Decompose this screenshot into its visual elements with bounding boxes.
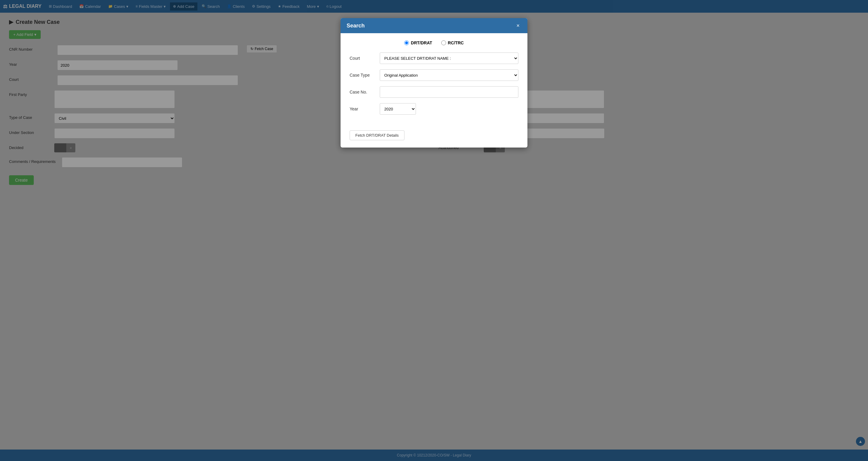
rc-trc-radio[interactable] — [441, 40, 446, 45]
search-modal: Search × DRT/DRAT RC/TRC Court PLEASE — [341, 18, 527, 147]
modal-body: DRT/DRAT RC/TRC Court PLEASE SELECT DRT/… — [341, 33, 527, 127]
modal-case-type-label: Case Type — [350, 73, 380, 78]
modal-court-label: Court — [350, 56, 380, 61]
modal-title: Search — [347, 23, 365, 29]
modal-radio-group: DRT/DRAT RC/TRC — [350, 40, 518, 45]
modal-footer: Fetch DRT/DRAT Details — [341, 127, 527, 147]
modal-year-row: Year 2015 2016 2017 2018 2019 2020 2021 … — [350, 103, 518, 115]
modal-close-button[interactable]: × — [515, 22, 521, 29]
modal-court-select[interactable]: PLEASE SELECT DRT/DRAT NAME : DRT-1 Delh… — [380, 53, 518, 64]
modal-year-label: Year — [350, 107, 380, 111]
drt-drat-radio[interactable] — [404, 40, 409, 45]
drt-drat-label: DRT/DRAT — [411, 40, 432, 45]
rc-trc-radio-label[interactable]: RC/TRC — [441, 40, 464, 45]
modal-case-no-input[interactable] — [380, 86, 518, 98]
fetch-drt-button[interactable]: Fetch DRT/DRAT Details — [350, 130, 404, 140]
modal-court-row: Court PLEASE SELECT DRT/DRAT NAME : DRT-… — [350, 53, 518, 64]
modal-overlay: Search × DRT/DRAT RC/TRC Court PLEASE — [0, 0, 868, 461]
drt-drat-radio-label[interactable]: DRT/DRAT — [404, 40, 432, 45]
modal-case-no-row: Case No. — [350, 86, 518, 98]
modal-header: Search × — [341, 18, 527, 33]
modal-case-type-row: Case Type Original Application Appeal Mi… — [350, 69, 518, 81]
rc-trc-label: RC/TRC — [448, 40, 464, 45]
modal-year-select[interactable]: 2015 2016 2017 2018 2019 2020 2021 2022 … — [380, 103, 416, 115]
modal-case-no-label: Case No. — [350, 90, 380, 94]
modal-case-type-select[interactable]: Original Application Appeal Miscellaneou… — [380, 69, 518, 81]
